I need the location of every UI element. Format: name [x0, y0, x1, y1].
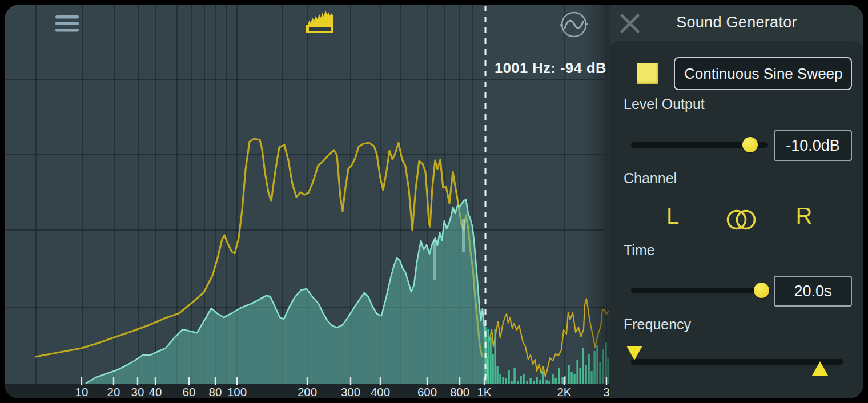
- level-slider-thumb[interactable]: [742, 137, 758, 152]
- stereo-circles-icon[interactable]: [718, 208, 764, 232]
- hamburger-menu-icon[interactable]: [55, 15, 79, 32]
- channel-label: Channel: [624, 170, 677, 187]
- rta-bar: [520, 376, 521, 384]
- rta-bar: [513, 368, 515, 384]
- axis-tick-label: 80: [209, 385, 222, 398]
- stop-square-icon[interactable]: [637, 63, 658, 84]
- frequency-max-handle[interactable]: [812, 361, 828, 376]
- rta-bar: [499, 374, 501, 384]
- axis-tick-label: 10: [75, 385, 89, 398]
- axis-tick-label: 300: [341, 385, 360, 398]
- axis-tick-label: 3: [603, 385, 609, 398]
- area-highlight: [433, 240, 436, 280]
- time-slider-thumb[interactable]: [754, 283, 769, 298]
- rta-bar: [526, 381, 528, 384]
- chevron-down-icon: [843, 68, 844, 79]
- rta-bar: [502, 377, 504, 384]
- rta-bar: [568, 365, 569, 384]
- rta-bar: [536, 377, 537, 384]
- axis-tick-label: 600: [417, 385, 437, 398]
- rta-bar: [552, 374, 553, 384]
- rta-bar: [496, 366, 498, 384]
- rta-bar: [579, 368, 581, 384]
- rta-bar: [523, 374, 524, 384]
- axis-tick-label: 800: [450, 385, 469, 398]
- area-highlight: [462, 219, 465, 252]
- rta-bar: [542, 371, 544, 384]
- frequency-min-handle[interactable]: [626, 346, 642, 360]
- rta-bar: [492, 354, 493, 384]
- axis-tick-label: 100: [227, 385, 247, 398]
- frequency-label: Frequency: [624, 316, 691, 333]
- level-output-label: Level Output: [624, 96, 705, 112]
- rta-bar: [505, 378, 507, 384]
- time-value-box[interactable]: 20.0s: [774, 276, 852, 307]
- rta-bar: [494, 329, 496, 384]
- rta-bar: [570, 372, 572, 384]
- cursor-readout: 1001 Hz: -94 dB: [495, 60, 606, 76]
- panel-card: Continuous Sine Sweep Level Output -10.0…: [610, 41, 863, 398]
- rta-bar: [508, 370, 509, 384]
- level-value-box[interactable]: -10.0dB: [774, 130, 852, 161]
- time-slider[interactable]: [631, 288, 770, 293]
- rta-bar: [487, 329, 489, 384]
- rta-bar: [533, 381, 535, 384]
- channel-right-button[interactable]: R: [781, 203, 827, 229]
- rta-bar: [576, 360, 578, 384]
- sound-generator-panel: Sound Generator Continuous Sine Sweep Le…: [610, 5, 863, 398]
- channel-left-button[interactable]: L: [650, 203, 696, 229]
- rta-bar: [561, 377, 563, 384]
- axis-tick-label: 20: [107, 385, 120, 398]
- rta-bar: [511, 381, 512, 384]
- rta-bar: [545, 380, 547, 384]
- panel-title: Sound Generator: [610, 14, 863, 31]
- waveform-select[interactable]: Continuous Sine Sweep: [674, 57, 852, 90]
- rta-bar: [517, 381, 519, 384]
- rta-bar: [554, 378, 556, 384]
- app-screen: 1001 Hz: -94 dB 102030406080100200300400…: [5, 5, 863, 398]
- axis-tick-label: 60: [183, 385, 196, 398]
- rta-bar: [539, 380, 541, 384]
- rta-bar: [529, 378, 531, 384]
- panel-header: Sound Generator: [610, 5, 863, 41]
- axis-tick-label: 1K: [477, 385, 491, 398]
- rta-bar: [489, 337, 491, 384]
- rta-bar: [558, 368, 560, 384]
- rta-bar: [548, 381, 550, 384]
- time-label: Time: [624, 242, 655, 259]
- axis-tick-label: 40: [149, 385, 162, 398]
- waveform-select-value: Continuous Sine Sweep: [675, 65, 843, 83]
- axis-tick-label: 2K: [557, 385, 571, 398]
- spectrum-chart[interactable]: 1001 Hz: -94 dB 102030406080100200300400…: [5, 5, 610, 398]
- axis-tick-label: 400: [371, 385, 390, 398]
- rta-bar: [573, 374, 575, 384]
- axis-tick-label: 30: [131, 385, 144, 398]
- axis-tick-label: 200: [298, 385, 317, 398]
